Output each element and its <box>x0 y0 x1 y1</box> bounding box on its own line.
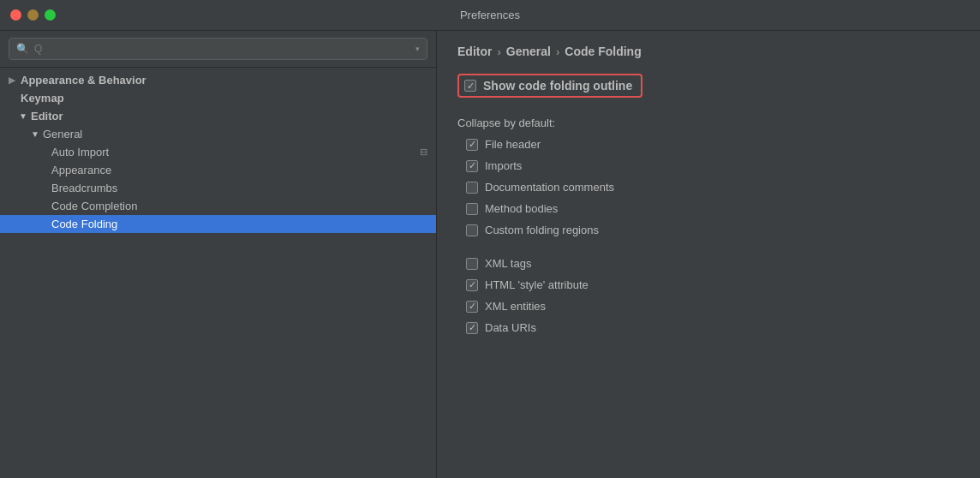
custom-folding-checkbox[interactable] <box>466 224 478 236</box>
sidebar-item-breadcrumbs[interactable]: Breadcrumbs <box>0 179 436 197</box>
sidebar-item-label: Appearance <box>51 164 427 176</box>
file-header-checkbox[interactable]: ✓ <box>466 139 478 151</box>
checkmark-icon: ✓ <box>469 161 476 170</box>
checkmark-icon: ✓ <box>469 302 476 311</box>
content-area: Editor › General › Code Folding ✓ Show c… <box>437 31 980 478</box>
search-input[interactable] <box>34 43 410 55</box>
sidebar-item-general[interactable]: ▼ General <box>0 125 436 143</box>
custom-folding-row: Custom folding regions <box>466 224 959 236</box>
show-code-folding-row[interactable]: ✓ Show code folding outline <box>457 74 642 98</box>
sidebar-item-code-completion[interactable]: Code Completion <box>0 197 436 215</box>
checkmark-icon: ✓ <box>469 280 476 290</box>
traffic-lights <box>0 9 56 21</box>
xml-tags-checkbox[interactable] <box>466 258 478 270</box>
sidebar-item-label: Auto Import <box>51 146 416 158</box>
checkmark-icon: ✓ <box>469 323 476 332</box>
copy-icon: ⊟ <box>420 146 427 158</box>
sidebar-item-appearance-behavior[interactable]: ▶ Appearance & Behavior <box>0 71 436 89</box>
file-header-row: ✓ File header <box>466 138 959 151</box>
breadcrumb-part-editor: Editor <box>457 45 492 58</box>
custom-folding-label: Custom folding regions <box>485 224 599 236</box>
sidebar-item-code-folding[interactable]: Code Folding <box>0 215 436 233</box>
breadcrumb-part-general: General <box>506 45 551 58</box>
sidebar-item-label: Keymap <box>21 92 427 105</box>
sidebar-item-keymap[interactable]: Keymap <box>0 89 436 107</box>
doc-comments-label: Documentation comments <box>485 181 614 194</box>
data-uris-checkbox[interactable]: ✓ <box>466 322 478 334</box>
xml-tags-label: XML tags <box>485 257 531 270</box>
html-style-label: HTML 'style' attribute <box>485 278 589 291</box>
sidebar-item-label: General <box>43 128 427 140</box>
search-wrapper[interactable]: 🔍 ▾ <box>9 38 427 60</box>
xml-entities-label: XML entities <box>485 300 546 313</box>
arrow-icon: ▼ <box>31 129 39 139</box>
arrow-icon: ▼ <box>19 111 27 121</box>
xml-entities-row: ✓ XML entities <box>466 300 959 313</box>
show-code-folding-checkbox[interactable]: ✓ <box>464 80 476 92</box>
close-button[interactable] <box>10 9 21 21</box>
breadcrumb-separator-1: › <box>497 45 500 58</box>
main-layout: 🔍 ▾ ▶ Appearance & Behavior Keymap ▼ Edi… <box>0 31 980 478</box>
breadcrumb-separator-2: › <box>556 45 559 58</box>
arrow-icon: ▶ <box>9 75 17 85</box>
imports-checkbox[interactable]: ✓ <box>466 160 478 172</box>
xml-entities-checkbox[interactable]: ✓ <box>466 301 478 313</box>
maximize-button[interactable] <box>45 9 56 21</box>
collapse-by-default-label: Collapse by default: <box>457 117 959 129</box>
minimize-button[interactable] <box>27 9 39 21</box>
sidebar-item-label: Appearance & Behavior <box>21 74 427 87</box>
sidebar-item-auto-import[interactable]: Auto Import ⊟ <box>0 143 436 161</box>
breadcrumb: Editor › General › Code Folding <box>457 45 959 58</box>
html-style-row: ✓ HTML 'style' attribute <box>466 278 959 291</box>
sidebar-item-label: Editor <box>31 110 427 122</box>
sidebar-item-appearance[interactable]: Appearance <box>0 161 436 179</box>
imports-label: Imports <box>485 159 522 172</box>
sidebar-item-label: Breadcrumbs <box>51 182 427 194</box>
show-code-folding-label: Show code folding outline <box>483 79 632 93</box>
doc-comments-row: Documentation comments <box>466 181 959 194</box>
sidebar-tree: ▶ Appearance & Behavior Keymap ▼ Editor … <box>0 68 436 478</box>
method-bodies-checkbox[interactable] <box>466 203 478 215</box>
search-dropdown-arrow-icon[interactable]: ▾ <box>415 45 420 53</box>
sidebar-item-label: Code Completion <box>51 200 427 212</box>
title-bar: Preferences <box>0 0 980 31</box>
checkmark-icon: ✓ <box>469 140 476 149</box>
data-uris-label: Data URIs <box>485 321 536 334</box>
method-bodies-row: Method bodies <box>466 202 959 215</box>
collapse-by-default-group: ✓ File header ✓ Imports Documentation co… <box>457 138 959 236</box>
xml-tags-row: XML tags <box>466 257 959 270</box>
search-icon: 🔍 <box>16 43 29 55</box>
html-style-checkbox[interactable]: ✓ <box>466 279 478 291</box>
checkmark-icon: ✓ <box>467 81 475 91</box>
sidebar: 🔍 ▾ ▶ Appearance & Behavior Keymap ▼ Edi… <box>0 31 437 478</box>
imports-row: ✓ Imports <box>466 159 959 172</box>
data-uris-row: ✓ Data URIs <box>466 321 959 334</box>
sidebar-item-label: Code Folding <box>51 218 427 230</box>
window-title: Preferences <box>460 9 520 21</box>
doc-comments-checkbox[interactable] <box>466 182 478 194</box>
breadcrumb-part-code-folding: Code Folding <box>565 45 641 58</box>
sidebar-item-editor[interactable]: ▼ Editor <box>0 107 436 125</box>
search-bar[interactable]: 🔍 ▾ <box>0 31 436 68</box>
file-header-label: File header <box>485 138 541 151</box>
extra-settings-group: XML tags ✓ HTML 'style' attribute ✓ XML … <box>457 257 959 334</box>
method-bodies-label: Method bodies <box>485 202 558 215</box>
